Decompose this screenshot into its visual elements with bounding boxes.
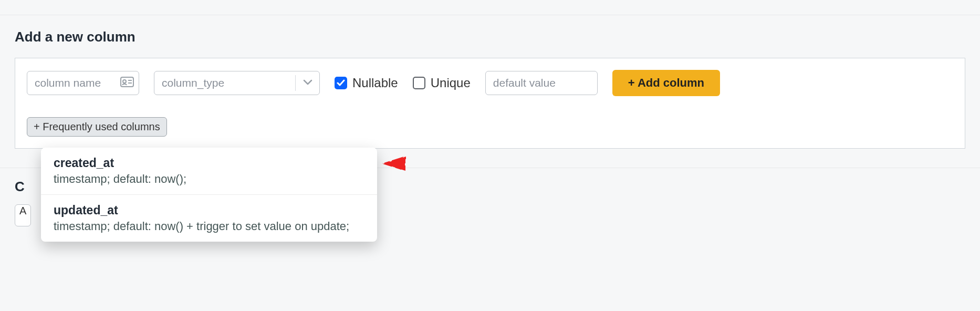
svg-marker-5 (382, 156, 405, 171)
dropdown-item-updated-at[interactable]: updated_at timestamp; default: now() + t… (41, 194, 377, 242)
default-value-input[interactable] (485, 71, 598, 95)
add-column-panel: Nullable Unique + Add column + Frequentl… (15, 58, 965, 149)
frequently-used-dropdown: created_at timestamp; default: now(); up… (41, 148, 377, 242)
frequently-used-columns-button[interactable]: + Frequently used columns (27, 117, 167, 137)
add-column-button[interactable]: + Add column (612, 70, 720, 96)
chevron-down-icon[interactable] (303, 78, 312, 88)
peek-field[interactable]: A (15, 204, 31, 226)
nullable-option[interactable]: Nullable (335, 76, 398, 90)
dropdown-item-name: updated_at (54, 203, 364, 217)
section-title: Add a new column (15, 29, 965, 45)
check-icon (337, 79, 345, 87)
select-divider (295, 75, 296, 91)
dropdown-item-desc: timestamp; default: now(); (54, 172, 364, 186)
frequently-used-row: + Frequently used columns (27, 117, 953, 137)
nullable-label: Nullable (352, 76, 398, 90)
svg-point-1 (123, 80, 126, 83)
annotation-arrow-icon (382, 153, 498, 174)
id-card-icon (120, 77, 134, 89)
dropdown-item-name: created_at (54, 156, 364, 170)
nullable-checkbox[interactable] (335, 77, 347, 89)
dropdown-item-desc: timestamp; default: now() + trigger to s… (54, 220, 364, 233)
section-divider-top (0, 15, 980, 15)
add-column-row: Nullable Unique + Add column (27, 70, 953, 96)
unique-checkbox[interactable] (413, 77, 425, 89)
unique-label: Unique (431, 76, 471, 90)
dropdown-item-created-at[interactable]: created_at timestamp; default: now(); (41, 148, 377, 194)
column-name-wrap (27, 71, 139, 95)
unique-option[interactable]: Unique (413, 76, 471, 90)
column-type-select-wrap (154, 71, 320, 95)
